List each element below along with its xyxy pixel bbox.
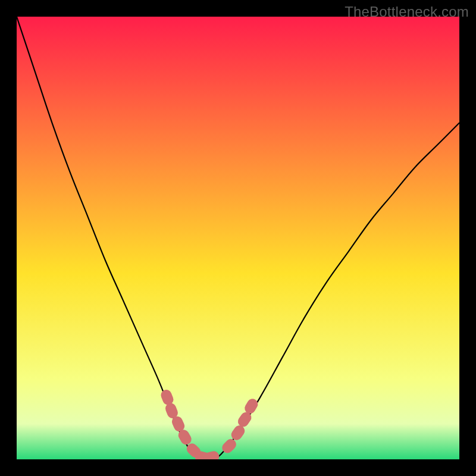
plot-area	[17, 17, 459, 459]
outer-frame: TheBottleneck.com	[0, 0, 476, 476]
gradient-background	[17, 17, 459, 459]
bottleneck-chart	[17, 17, 459, 459]
